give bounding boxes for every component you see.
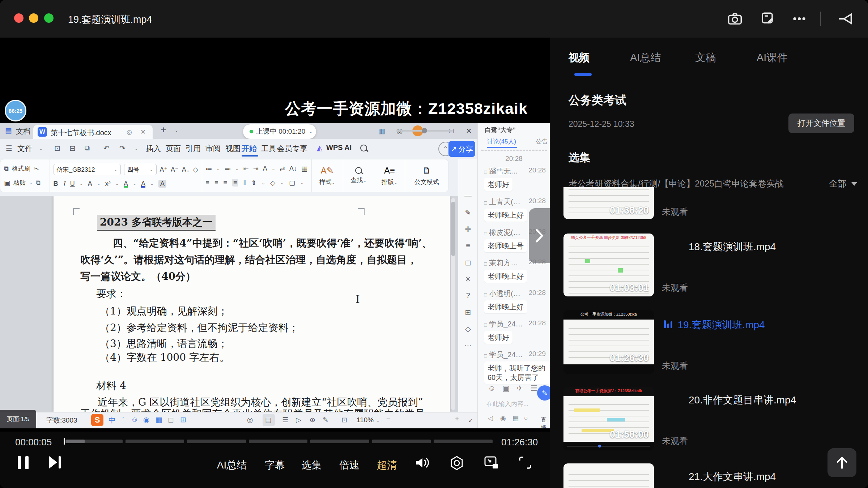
tab-ai-summary[interactable]: AI总结 [630,51,661,65]
playlist-thumbnail[interactable]: 01:38:20 [563,187,654,219]
file-menu-chevron-icon: ⌄ [39,146,43,151]
pin-sidebar-icon[interactable] [838,11,854,27]
tab-ai-courseware[interactable]: AI课件 [757,51,787,65]
now-playing-row[interactable]: 19.套题演训班.mp4 [664,318,765,332]
video-watermark-text: 公考一手资源加微：Z12358zikaik [285,98,538,119]
page-view-icon: ▤ [265,416,272,424]
paste-label: 粘贴 [13,179,26,187]
speaker-icon: ◁ [488,414,493,422]
font-color-icon: A [141,180,145,188]
playlist-thumbnail[interactable]: 购买公考一手资源 同步更新 加微信Z12358 01:03:01 [563,234,654,296]
print-preview-icon: ⧉ [85,144,90,152]
watch-status: 未观看 [662,206,688,218]
chat-bubble: 老师晚上号 [484,239,527,252]
bold-icon: B [54,180,58,188]
pip-button[interactable] [484,455,499,470]
document-canvas: 2023 多省联考版本之一 四、“给定资料4”中提到：“社区‘吹哨’，既要吹得‘… [0,196,458,412]
keyboard-icon: ▦ [512,414,519,422]
episode-title[interactable]: 20.非作文题目串讲.mp4 [689,393,796,407]
more-ellipsis-icon[interactable] [791,11,807,27]
episodes-button[interactable]: 选集 [302,458,322,472]
progress-playhead[interactable] [64,438,65,445]
style-icon: A✎ [321,166,334,176]
progress-segment [372,440,431,443]
maximize-traffic-light[interactable] [44,13,54,23]
course-title: 公务类考试 [569,93,626,108]
phonetic-guide-icon: A [263,165,267,172]
screenshot-camera-icon[interactable] [727,11,743,27]
play-slideshow-icon: ▷ [296,416,301,424]
chat-bubble: 老师，我听了您的60天，太厉害了 [484,361,550,384]
print-icon: ⊟ [69,144,76,153]
next-episode-button[interactable] [48,455,61,469]
clock-icon: ○ [524,414,528,422]
wps-document-tab-label: 第十七节板书.docx [51,128,111,138]
chat-tab-discussion: 讨论(45人) [487,137,516,146]
doc-line: 四、“给定资料4”中提到：“社区‘吹哨’，既要吹得‘准’，还要吹得‘响’、 [113,236,432,250]
note-edit-icon[interactable] [760,11,776,27]
chat-message-header: ◻ 学员_24…20:28 [484,319,546,329]
chat-tab-notice: 公告 [536,137,548,146]
progress-bar[interactable] [64,440,493,443]
progress-buffered [66,440,85,443]
tab-transcript[interactable]: 文稿 [695,51,716,65]
thumb-playerbar [563,442,654,450]
menu-insert: 插入 [146,144,161,154]
board-tool-icon: ◻ [458,258,478,267]
episode-title[interactable]: 21.大作文串讲.mp4 [689,470,776,484]
doc-line: 吹得‘久’”。请根据对这句话的理解，结合社区治理，自选角度，自拟题目， [80,253,417,267]
filter-dropdown[interactable]: 全部 [829,178,846,189]
episodes-heading: 选集 [569,150,590,165]
volume-button[interactable] [414,455,430,470]
list-icon: ☰ [531,384,537,393]
live-dot [250,130,253,133]
pause-button[interactable] [16,455,30,470]
scroll-to-top-button[interactable] [827,448,856,477]
settings-button[interactable] [449,455,464,471]
tab-video[interactable]: 视频 [569,51,590,65]
zoom-percent-label: 110% [357,416,374,424]
ribbon-clipboard-group: ⧉格式刷✂ ▣粘贴⌄⧉ [0,159,50,192]
total-time: 01:26:30 [501,437,538,448]
strikethrough-icon: A [88,180,92,188]
progress-segment [434,440,493,443]
arrow-up-icon [835,456,848,470]
video-stage[interactable]: 86:25 公考一手资源加微：Z12358zikaik ▤ 文档 W 第十七节板… [0,38,550,432]
menu-membership: 会员专享 [277,144,307,154]
close-traffic-light[interactable] [14,13,24,23]
open-file-location-button[interactable]: 打开文件位置 [788,114,854,133]
ime-emoji-icon: ☺ [131,415,138,424]
zoom-chevron-icon: ⌄ [376,418,380,423]
progress-segment [187,440,246,443]
bullet-list-icon: ≔ [206,165,212,173]
line-spacing-icon: ⇕ [251,179,256,187]
ai-summary-button[interactable]: AI总结 [217,458,247,472]
thumb-banner-text: 公考一手资源加微：Z12358zika [563,312,654,317]
ime-punct-icon: ’ [122,415,124,424]
chat-bubble: 老师晚上好 [484,300,527,313]
minimize-traffic-light[interactable] [29,13,38,23]
speed-button[interactable]: 倍速 [339,458,359,472]
fullscreen-button[interactable] [518,455,532,470]
wps-ribbon: ⧉格式刷✂ ▣粘贴⌄⧉ 仿宋_GB2312⌄ 四号⌄ A⁺ A⁻ A⌄ ◇ [0,159,477,196]
playlist-thumbnail[interactable] [563,463,654,488]
episode-title[interactable]: 18.套题演训班.mp4 [689,240,776,254]
quality-button[interactable]: 超清 [377,458,397,472]
align-right-icon: ≡ [224,179,227,187]
playlist-thumbnail-current[interactable]: 公考一手资源加微：Z12358zika 01:26:30 [563,310,654,374]
quick-reply-pen-button: ✎ [537,385,550,401]
copy-icon: ⧉ [36,179,41,187]
zoom-in-icon: + [455,415,459,423]
chat-bubble: 老师好 [484,178,512,191]
ime-keyboard-icon: ▦ [156,415,162,424]
chat-input-placeholder: 在此输入内容... [486,400,528,408]
undo-icon: ↶ [103,144,110,153]
doc-line: （1）观点明确，见解深刻； [100,304,228,318]
subtitle-button[interactable]: 字幕 [265,458,285,472]
playlist-thumbnail[interactable]: 获取公考一手资源加V：Z12358zikaik 01:58:00 [563,387,654,450]
watch-status: 未观看 [662,282,688,294]
active-tab-underline [574,73,592,76]
live-label: 直播 [541,416,550,428]
wps-writer-logo: W [38,127,47,137]
document-scrollbar-thumb [451,202,455,256]
